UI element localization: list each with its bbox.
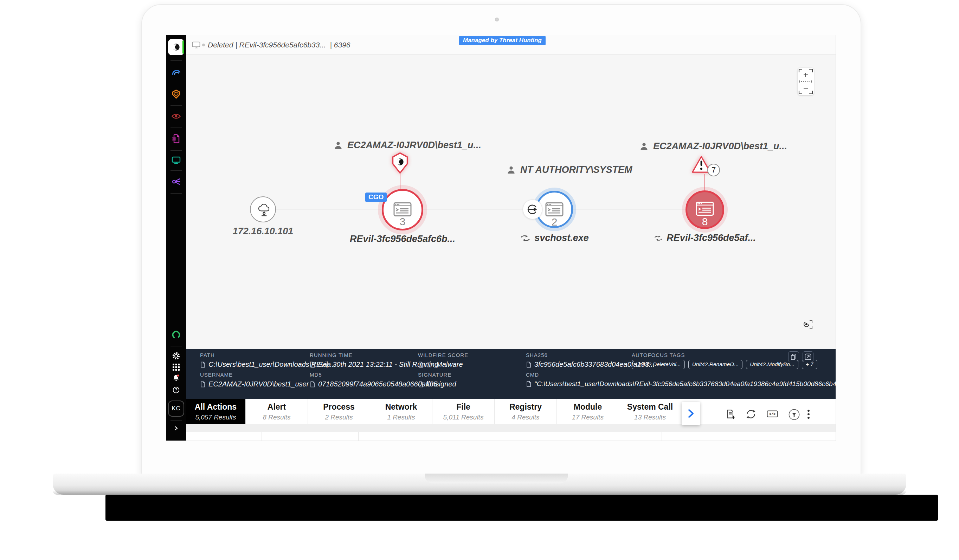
graph-zoom-control[interactable]	[798, 68, 814, 95]
user-avatar[interactable]: KC	[168, 401, 184, 417]
sidebar-item-endpoint-security[interactable]	[171, 89, 181, 99]
gear-icon	[172, 352, 180, 360]
tab-system-call[interactable]: System Call13 Results	[619, 399, 681, 424]
bell-icon	[172, 374, 180, 382]
teal-monitor-icon	[171, 155, 181, 165]
question-icon: ?	[172, 386, 180, 394]
tab-all-actions[interactable]: All Actions5,057 Results	[186, 399, 246, 424]
username-value: EC2AMAZ-I0JRV0D\best1_user	[209, 380, 309, 388]
sidebar-expand-button[interactable]	[166, 423, 186, 434]
sidebar-item-endpoints[interactable]	[171, 155, 181, 165]
shield-alert-icon	[390, 153, 410, 173]
notifications-button[interactable]	[172, 374, 180, 382]
export-table-button[interactable]	[725, 409, 736, 420]
tag-chip[interactable]: Unit42.DeleteVol...	[632, 360, 685, 369]
green-ring-icon	[171, 330, 181, 340]
copy-icon[interactable]	[310, 361, 315, 368]
sidebar-item-incidents[interactable]	[171, 67, 181, 76]
causality-connector-line	[263, 209, 705, 209]
top-bar: Deleted | REvil-3fc956de5afc6b33... | 63…	[186, 35, 836, 55]
injection-badge[interactable]	[523, 200, 542, 219]
tab-file[interactable]: File5,011 Results	[432, 399, 495, 424]
apps-button[interactable]	[172, 363, 180, 371]
tabs-scroll-right-button[interactable]	[682, 402, 700, 425]
tab-alert[interactable]: Alert8 Results	[246, 399, 308, 424]
help-button[interactable]: ?	[172, 386, 180, 394]
wildfire-value: Malware	[436, 360, 463, 369]
field-cmd: CMD "C:\Users\best1_user\Downloads\REvil…	[526, 372, 836, 388]
endpoint-icon	[192, 41, 201, 50]
cmd-value: "C:\Users\best1_user\Downloads\REvil-3fc…	[534, 380, 836, 388]
node-host[interactable]	[250, 196, 276, 223]
graph-center-button[interactable]	[802, 318, 814, 330]
process-window-icon	[545, 202, 564, 217]
copy-icon[interactable]	[200, 361, 205, 368]
node-label-revil: REvil-3fc956de5af...	[654, 232, 756, 243]
sidebar-divider	[170, 83, 182, 83]
refresh-icon	[746, 409, 756, 420]
copy-all-button[interactable]	[788, 351, 799, 362]
crosshair-icon	[802, 318, 814, 330]
open-external-button[interactable]	[803, 351, 814, 362]
laptop-shadow	[105, 495, 938, 521]
process-window-icon	[696, 201, 714, 216]
filter-funnel-icon	[789, 409, 800, 420]
filter-button[interactable]	[789, 409, 800, 420]
table-header-strip	[186, 424, 836, 433]
laptop-base	[53, 474, 906, 495]
copy-pages-icon	[790, 353, 797, 360]
cortex-xdr-logo-icon	[172, 43, 181, 53]
node-label-cgo: REvil-3fc956de5afc6b...	[343, 234, 462, 245]
sidebar-item-investigation[interactable]	[171, 111, 181, 121]
relaunch-icon	[520, 234, 530, 242]
user-icon	[639, 142, 648, 151]
laptop-base-edge	[53, 490, 906, 495]
node-label-svchost: svchost.exe	[503, 232, 605, 243]
laptop-lid: ? KC Deleted | REvil-3fc956de5afc6b33...…	[141, 4, 861, 476]
sidebar-item-managed-services[interactable]	[171, 330, 181, 340]
grid-icon	[172, 363, 180, 371]
settings-button[interactable]	[172, 352, 180, 360]
kebab-menu-icon	[807, 409, 810, 420]
sidebar-divider	[170, 420, 182, 420]
alert-shield-badge[interactable]	[390, 153, 410, 175]
tab-registry[interactable]: Registry4 Results	[495, 399, 557, 424]
copy-icon[interactable]	[200, 381, 205, 388]
svg-text:</>: </>	[769, 412, 776, 416]
tab-process[interactable]: Process2 Results	[308, 399, 370, 424]
refresh-table-button[interactable]	[746, 409, 757, 420]
field-username: USERNAME EC2AMAZ-I0JRV0D\best1_user	[200, 372, 309, 388]
copy-icon[interactable]	[526, 361, 531, 368]
field-signature: SIGNATURE Unsigned	[418, 372, 456, 388]
copy-icon[interactable]	[418, 361, 423, 368]
tab-module[interactable]: Module17 Results	[557, 399, 619, 424]
tag-chip[interactable]: Unit42.RenameO...	[688, 360, 743, 369]
node-label-host: 172.16.10.101	[210, 226, 316, 237]
sidebar-item-cortex-xdr[interactable]	[168, 39, 184, 55]
signature-value: Unsigned	[427, 380, 456, 388]
cloud-network-icon	[256, 202, 271, 217]
query-builder-button[interactable]: </>	[767, 409, 778, 420]
process-window-icon	[393, 202, 412, 217]
export-document-icon	[725, 409, 736, 420]
child-count: 2	[544, 216, 565, 228]
sidebar-divider	[170, 127, 182, 128]
alert-count-badge: 7	[707, 164, 720, 177]
field-autofocus: AUTOFOCUS TAGS	[632, 352, 685, 358]
sidebar-divider	[170, 193, 182, 194]
sidebar-item-analytics[interactable]	[171, 177, 181, 186]
chevron-right-icon	[687, 408, 695, 419]
copy-icon[interactable]	[526, 381, 531, 387]
open-report-icon[interactable]	[427, 361, 433, 368]
sidebar-item-reports[interactable]	[171, 134, 181, 144]
more-options-button[interactable]	[807, 409, 811, 420]
copy-icon[interactable]	[418, 381, 423, 388]
code-icon: </>	[767, 409, 778, 419]
child-count: 8	[694, 216, 715, 228]
sidebar-divider	[170, 150, 182, 151]
orange-shield-icon	[171, 89, 181, 99]
svg-text:?: ?	[175, 388, 177, 393]
copy-icon[interactable]	[310, 381, 315, 388]
tab-network[interactable]: Network1 Results	[370, 399, 432, 424]
laptop-camera	[495, 18, 499, 21]
